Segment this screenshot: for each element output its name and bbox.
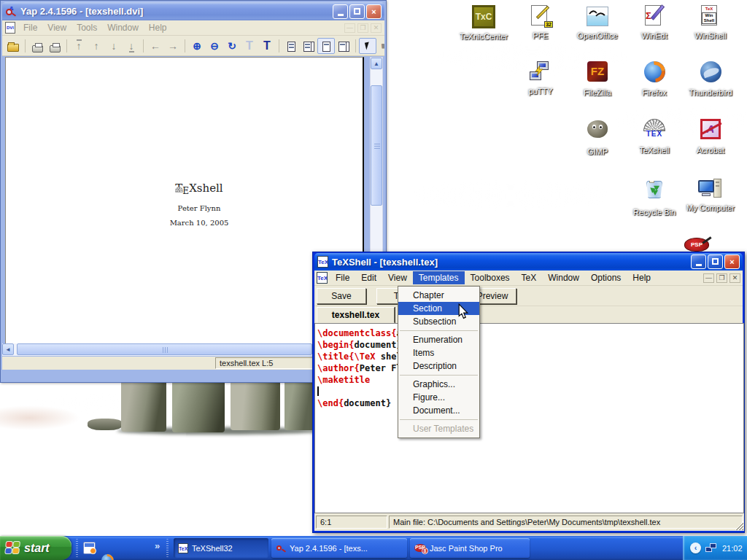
mdi-minimize-icon[interactable]: — (703, 273, 714, 283)
yap-menu-tools[interactable]: Tools (71, 21, 102, 34)
texshell-menu-view[interactable]: View (382, 271, 413, 284)
texshell-menu-help[interactable]: Help (627, 271, 657, 284)
yap-close-button[interactable]: × (366, 4, 382, 19)
desktop-icon-winedt[interactable]: Σ WinEdt (627, 4, 682, 40)
print-button[interactable] (28, 38, 46, 54)
yap-menu-help[interactable]: Help (144, 21, 172, 34)
hand-tool-button[interactable]: ☛ (376, 38, 384, 54)
taskbar-button-yap[interactable]: Yap 2.4.1596 - [texs... (271, 538, 407, 558)
editor-content[interactable]: \documentclass{article}\begin{document}\… (314, 323, 744, 513)
texshell-menu-file[interactable]: File (330, 271, 355, 284)
desktop-icon-psp[interactable]: PSP (684, 238, 711, 252)
refresh-button[interactable]: ↻ (223, 38, 241, 54)
desktop-icon-putty[interactable]: puTTY (513, 60, 568, 96)
acrobat-icon: A (700, 119, 721, 139)
yap-menu-file[interactable]: File (18, 21, 42, 34)
code-line[interactable]: \begin{document} (317, 339, 741, 351)
texshell-menu-toolboxes[interactable]: Toolboxes (465, 271, 516, 284)
forward-button[interactable]: → (164, 38, 182, 54)
resize-grip[interactable] (735, 521, 743, 530)
yap-titlebar[interactable]: & Yap 2.4.1596 - [texshell.dvi] × (2, 2, 384, 20)
texshell-menu-templates[interactable]: Templates (413, 271, 465, 284)
yap-document-area[interactable]: TEXshell Peter Flynn March 10, 2005 (5, 57, 364, 356)
text-outline-mode-button[interactable]: T (241, 38, 258, 54)
code-line[interactable]: \author{Peter Flynn} (317, 362, 741, 374)
desktop-icon-pfe[interactable]: 32 PFE (513, 4, 568, 40)
taskbar-button-texshell32[interactable]: TeX TeXShell32 (174, 538, 268, 558)
mdi-minimize-icon[interactable]: — (344, 23, 355, 33)
mdi-restore-icon[interactable]: ❐ (716, 273, 727, 283)
firefox-quicklaunch-icon[interactable] (101, 554, 114, 560)
open-file-button[interactable] (4, 38, 22, 54)
desktop-icon-my-computer[interactable]: My Computer (683, 176, 738, 212)
texshell-menu-edit[interactable]: Edit (355, 271, 382, 284)
vertical-scroll-thumb[interactable] (371, 85, 382, 206)
single-page-view-button[interactable] (282, 38, 300, 54)
tex-argument-text: document} (344, 398, 391, 408)
outlook-express-icon[interactable] (83, 542, 96, 554)
desktop-icon-recycle-bin[interactable]: Recycle Bin (627, 176, 682, 217)
zoom-out-button[interactable]: ⊖ (206, 38, 223, 54)
last-page-button[interactable]: ↓ (123, 38, 140, 54)
code-line[interactable] (317, 386, 741, 397)
scroll-up-button[interactable]: ▲ (371, 58, 382, 69)
horizontal-scroll-thumb[interactable] (17, 343, 312, 355)
texshell-minimize-button[interactable] (691, 254, 706, 269)
zoom-in-button[interactable]: ⊕ (188, 38, 206, 54)
menu-item-figure[interactable]: Figure... (398, 391, 479, 404)
texshell-menu-tex[interactable]: TeX (516, 271, 543, 284)
code-line[interactable]: \documentclass{article} (317, 327, 741, 339)
menu-item-graphics[interactable]: Graphics... (398, 378, 479, 391)
scroll-left-button[interactable]: ◄ (2, 343, 14, 355)
tab-texshell-tex[interactable]: texshell.tex (317, 307, 395, 323)
code-line[interactable]: \maketitle (317, 374, 741, 386)
menu-item-description[interactable]: Description (398, 359, 479, 373)
menu-item-chapter[interactable]: Chapter (398, 289, 479, 302)
quick-launch-overflow-chevron[interactable]: » (155, 540, 160, 551)
desktop-icon-acrobat[interactable]: A Acrobat (683, 117, 738, 155)
mdi-close-icon[interactable]: ✕ (371, 23, 382, 33)
mdi-restore-icon[interactable]: ❐ (357, 23, 368, 33)
menu-item-enumeration[interactable]: Enumeration (398, 333, 479, 346)
yap-minimize-button[interactable] (333, 4, 348, 19)
texshell-menu-options[interactable]: Options (585, 271, 627, 284)
facing-page-view-button[interactable] (300, 38, 317, 54)
code-line[interactable]: \end{document} (317, 397, 741, 409)
text-render-mode-button[interactable]: T (258, 38, 276, 54)
menu-item-items[interactable]: Items (398, 346, 479, 359)
texshell-titlebar[interactable]: TeX TeXShell - [texshell.tex] × (314, 253, 743, 271)
mdi-close-icon[interactable]: ✕ (729, 273, 740, 283)
next-page-button[interactable]: ↓ (105, 38, 123, 54)
menu-item-document[interactable]: Document... (398, 404, 479, 417)
start-button[interactable]: start (0, 536, 71, 560)
print-setup-button[interactable] (46, 38, 63, 54)
desktop-icon-openoffice[interactable]: OpenOffice (570, 4, 625, 40)
stone (88, 419, 123, 430)
desktop-icon-texshell[interactable]: TEX TeXshell (627, 117, 682, 155)
desktop-icon-winshell[interactable]: TeX Win Shell WinShell (683, 4, 738, 40)
texshell-close-button[interactable]: × (724, 254, 740, 269)
previous-page-button[interactable]: ↑ (88, 38, 105, 54)
taskbar-button-paintshoppro[interactable]: PSP8 Jasc Paint Shop Pro (410, 538, 530, 558)
texshell-maximize-button[interactable] (708, 254, 723, 269)
yap-menu-view[interactable]: View (42, 21, 71, 34)
code-line[interactable]: \title{\TeX shell} (317, 351, 741, 362)
texshell-menu-window[interactable]: Window (542, 271, 585, 284)
back-button[interactable]: ← (147, 38, 164, 54)
facing-ruler-view-button[interactable] (335, 38, 352, 54)
yap-maximize-button[interactable] (349, 4, 365, 19)
desktop-icon-texniccenter[interactable]: TxC TeXnicCenter (456, 4, 511, 41)
desktop-icon-firefox[interactable]: Firefox (627, 60, 682, 97)
menu-item-user-templates[interactable]: User Templates (398, 422, 479, 435)
firefox-icon (644, 61, 665, 82)
page-with-ruler-view-button[interactable] (317, 38, 335, 54)
yap-menu-window[interactable]: Window (102, 21, 144, 34)
first-page-button[interactable]: ↑ (70, 38, 88, 54)
save-button[interactable]: Save (317, 288, 366, 304)
select-tool-button[interactable] (359, 38, 376, 54)
desktop-icon-gimp[interactable]: GIMP (570, 117, 625, 156)
tray-collapse-chevron[interactable]: ‹ (690, 542, 701, 553)
desktop-icon-thunderbird[interactable]: Thunderbird (683, 60, 738, 97)
network-status-icon[interactable] (705, 542, 718, 553)
desktop-icon-filezilla[interactable]: FZ FileZilla (570, 60, 625, 97)
